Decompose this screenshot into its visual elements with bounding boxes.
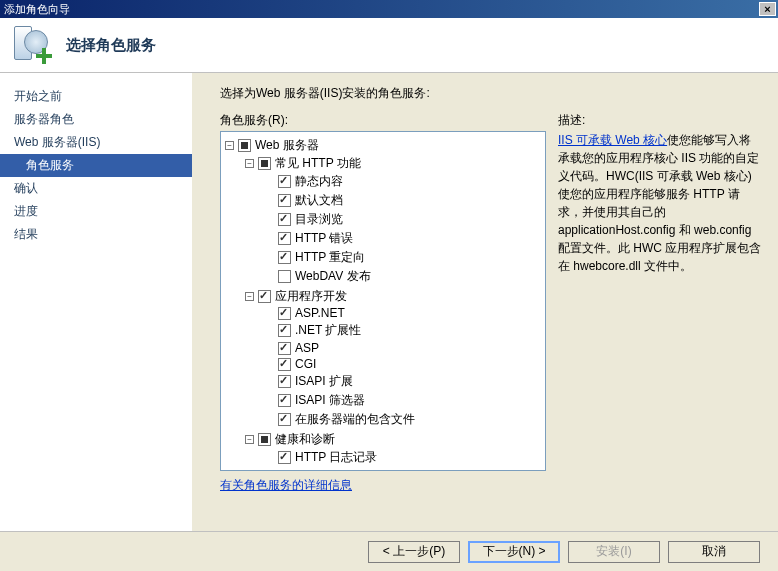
checkbox[interactable] xyxy=(278,251,291,264)
cancel-button[interactable]: 取消 xyxy=(668,541,760,563)
window-title: 添加角色向导 xyxy=(4,2,70,17)
tree-node-label[interactable]: ASP xyxy=(295,341,319,355)
tree-node: HTTP 错误 xyxy=(265,229,541,248)
wizard-footer: < 上一步(P) 下一步(N) > 安装(I) 取消 xyxy=(0,531,778,571)
checkbox[interactable] xyxy=(278,342,291,355)
sidebar-item[interactable]: Web 服务器(IIS) xyxy=(0,131,192,154)
tree-node: .NET 扩展性 xyxy=(265,321,541,340)
collapse-icon[interactable]: − xyxy=(245,435,254,444)
wizard-steps-sidebar: 开始之前服务器角色Web 服务器(IIS)角色服务确认进度结果 xyxy=(0,73,192,531)
tree-node: ISAPI 扩展 xyxy=(265,372,541,391)
description-link[interactable]: IIS 可承载 Web 核心 xyxy=(558,133,667,147)
tree-node: 在服务器端的包含文件 xyxy=(265,410,541,429)
checkbox[interactable] xyxy=(278,375,291,388)
checkbox[interactable] xyxy=(278,270,291,283)
sidebar-item[interactable]: 结果 xyxy=(0,223,192,246)
tree-node: CGI xyxy=(265,356,541,372)
next-button[interactable]: 下一步(N) > xyxy=(468,541,560,563)
install-button: 安装(I) xyxy=(568,541,660,563)
tree-node: −健康和诊断HTTP 日志记录日志记录工具请求监视跟踪 xyxy=(245,430,541,471)
tree-node-label[interactable]: 常见 HTTP 功能 xyxy=(275,155,361,172)
close-icon[interactable]: × xyxy=(759,2,776,16)
tree-node: ASP.NET xyxy=(265,305,541,321)
server-role-icon xyxy=(14,26,52,64)
prev-button[interactable]: < 上一步(P) xyxy=(368,541,460,563)
more-info-link[interactable]: 有关角色服务的详细信息 xyxy=(220,477,352,494)
tree-node-label[interactable]: HTTP 错误 xyxy=(295,230,353,247)
sidebar-item[interactable]: 开始之前 xyxy=(0,85,192,108)
checkbox[interactable] xyxy=(258,433,271,446)
checkbox[interactable] xyxy=(278,175,291,188)
tree-node: ASP xyxy=(265,340,541,356)
prompt-text: 选择为Web 服务器(IIS)安装的角色服务: xyxy=(220,85,762,102)
checkbox[interactable] xyxy=(278,451,291,464)
checkbox[interactable] xyxy=(278,232,291,245)
tree-node-label[interactable]: HTTP 日志记录 xyxy=(295,449,377,466)
titlebar: 添加角色向导 × xyxy=(0,0,778,18)
tree-node-label[interactable]: 目录浏览 xyxy=(295,211,343,228)
checkbox[interactable] xyxy=(278,358,291,371)
checkbox[interactable] xyxy=(258,290,271,303)
tree-node-label[interactable]: WebDAV 发布 xyxy=(295,268,371,285)
checkbox[interactable] xyxy=(278,307,291,320)
tree-node-label[interactable]: ISAPI 筛选器 xyxy=(295,392,365,409)
tree-node-label[interactable]: 默认文档 xyxy=(295,192,343,209)
tree-node-label[interactable]: 在服务器端的包含文件 xyxy=(295,411,415,428)
description-label: 描述: xyxy=(558,112,762,129)
tree-node: 默认文档 xyxy=(265,191,541,210)
tree-node: 目录浏览 xyxy=(265,210,541,229)
checkbox[interactable] xyxy=(278,413,291,426)
tree-node-label[interactable]: 应用程序开发 xyxy=(275,288,347,305)
sidebar-item[interactable]: 进度 xyxy=(0,200,192,223)
role-services-tree[interactable]: −Web 服务器−常见 HTTP 功能静态内容默认文档目录浏览HTTP 错误HT… xyxy=(220,131,546,471)
tree-node: HTTP 重定向 xyxy=(265,248,541,267)
page-title: 选择角色服务 xyxy=(66,36,156,55)
tree-node-label[interactable]: ISAPI 扩展 xyxy=(295,373,353,390)
sidebar-item[interactable]: 服务器角色 xyxy=(0,108,192,131)
tree-node-label[interactable]: .NET 扩展性 xyxy=(295,322,361,339)
checkbox[interactable] xyxy=(278,194,291,207)
tree-node-label[interactable]: 健康和诊断 xyxy=(275,431,335,448)
tree-node: −应用程序开发ASP.NET.NET 扩展性ASPCGIISAPI 扩展ISAP… xyxy=(245,287,541,430)
tree-node: 日志记录工具 xyxy=(265,467,541,471)
tree-label: 角色服务(R): xyxy=(220,112,546,129)
tree-node: HTTP 日志记录 xyxy=(265,448,541,467)
tree-node: −常见 HTTP 功能静态内容默认文档目录浏览HTTP 错误HTTP 重定向We… xyxy=(245,154,541,287)
tree-node: ISAPI 筛选器 xyxy=(265,391,541,410)
checkbox[interactable] xyxy=(278,324,291,337)
tree-node-label[interactable]: CGI xyxy=(295,357,316,371)
collapse-icon[interactable]: − xyxy=(225,141,234,150)
tree-node: 静态内容 xyxy=(265,172,541,191)
wizard-header: 选择角色服务 xyxy=(0,18,778,73)
tree-node-label[interactable]: ASP.NET xyxy=(295,306,345,320)
tree-node-label[interactable]: 静态内容 xyxy=(295,173,343,190)
tree-node-label[interactable]: HTTP 重定向 xyxy=(295,249,365,266)
checkbox[interactable] xyxy=(258,157,271,170)
description-body: 使您能够写入将承载您的应用程序核心 IIS 功能的自定义代码。HWC(IIS 可… xyxy=(558,133,761,273)
tree-node: WebDAV 发布 xyxy=(265,267,541,286)
tree-node-label[interactable]: 日志记录工具 xyxy=(295,468,367,471)
sidebar-item[interactable]: 角色服务 xyxy=(0,154,192,177)
checkbox[interactable] xyxy=(278,470,291,471)
checkbox[interactable] xyxy=(278,213,291,226)
checkbox[interactable] xyxy=(238,139,251,152)
tree-node: −Web 服务器−常见 HTTP 功能静态内容默认文档目录浏览HTTP 错误HT… xyxy=(225,136,541,471)
description-text: IIS 可承载 Web 核心使您能够写入将承载您的应用程序核心 IIS 功能的自… xyxy=(558,131,762,275)
checkbox[interactable] xyxy=(278,394,291,407)
tree-node-label[interactable]: Web 服务器 xyxy=(255,137,319,154)
sidebar-item[interactable]: 确认 xyxy=(0,177,192,200)
collapse-icon[interactable]: − xyxy=(245,292,254,301)
collapse-icon[interactable]: − xyxy=(245,159,254,168)
